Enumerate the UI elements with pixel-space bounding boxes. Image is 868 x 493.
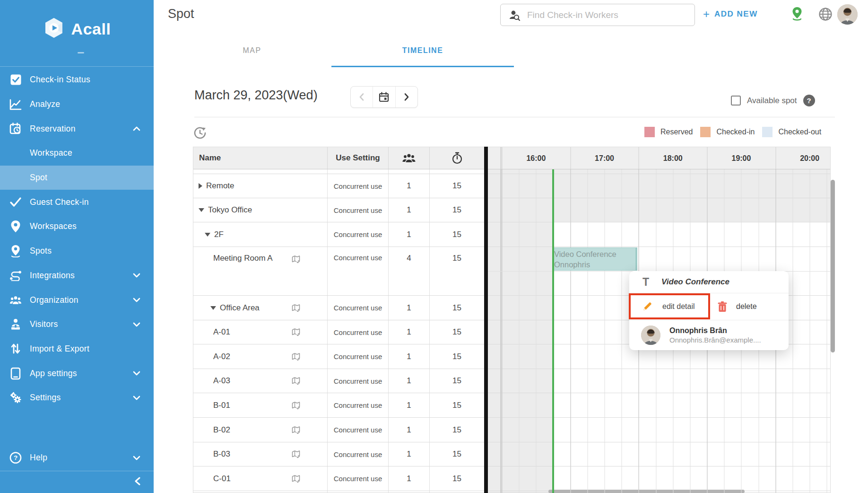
cell-capacity: 1	[389, 222, 430, 246]
cell-timeline[interactable]	[484, 174, 831, 198]
cell-use-setting: Concurrent use	[328, 222, 389, 246]
integrations-icon	[9, 269, 22, 282]
cell-use-setting: Concurrent use	[328, 369, 389, 393]
sidebar-item-analyze[interactable]: Analyze	[0, 92, 154, 117]
sidebar-item-integrations[interactable]: Integrations	[0, 264, 154, 288]
collapse-arrow-icon[interactable]	[210, 306, 216, 310]
table-row-b-01[interactable]: B-01Concurrent use115	[193, 393, 831, 418]
map-icon[interactable]	[292, 475, 301, 483]
cell-timeline[interactable]	[484, 393, 831, 417]
sidebar-item-label: Visitors	[30, 319, 58, 329]
delete-button[interactable]: delete	[717, 293, 783, 320]
sidebar-item-spots[interactable]: Spots	[0, 239, 154, 264]
collapse-arrow-icon[interactable]	[205, 233, 210, 237]
sidebar-item-label: Integrations	[30, 271, 75, 281]
sidebar-item-workspaces[interactable]: Workspaces	[0, 214, 154, 239]
cell-timeline[interactable]	[484, 467, 831, 491]
sidebar-item-import-export[interactable]: Import & Export	[0, 337, 154, 361]
sidebar-item-settings[interactable]: Settings	[0, 386, 154, 410]
sidebar-item-workspace[interactable]: Workspace	[0, 141, 154, 166]
table-row-c-01[interactable]: C-01Concurrent use115	[193, 467, 831, 491]
sidebar-item-reservation[interactable]: Reservation	[0, 116, 154, 141]
sidebar-item-label: Workspace	[30, 148, 72, 158]
expand-arrow-icon[interactable]	[199, 183, 202, 189]
table-row-b-02[interactable]: B-02Concurrent use115	[193, 418, 831, 442]
spot-name-label: 2F	[214, 230, 224, 239]
cell-duration	[430, 169, 484, 174]
spot-name-label: A-03	[213, 376, 230, 386]
popup-title-row: T Video Conference	[629, 271, 789, 293]
vertical-scrollbar[interactable]	[831, 180, 835, 352]
user-avatar[interactable]	[837, 4, 858, 25]
sidebar-item-app-settings[interactable]: App settings	[0, 361, 154, 386]
cell-duration: 15	[430, 369, 484, 393]
tab-map[interactable]: MAP	[243, 46, 261, 55]
map-icon[interactable]	[292, 255, 301, 264]
cell-timeline[interactable]	[484, 222, 831, 246]
organization-icon	[9, 294, 22, 306]
next-day-button[interactable]	[395, 87, 417, 107]
reservation-attendee: Onnophris	[554, 259, 635, 270]
sidebar-item-visitors[interactable]: Visitors	[0, 312, 154, 337]
hour-label-19-00: 19:00	[731, 147, 751, 170]
chevron-right-icon	[404, 93, 409, 101]
cell-use-setting	[328, 491, 389, 493]
cell-timeline[interactable]	[484, 198, 831, 222]
cell-name: B-02	[193, 418, 328, 442]
reservation-block[interactable]: Video Conference Onnophris	[553, 247, 637, 271]
map-icon[interactable]	[292, 450, 301, 458]
import-export-icon	[9, 343, 22, 355]
tab-timeline[interactable]: TIMELINE	[402, 46, 443, 55]
spot-name-label: A-02	[213, 352, 230, 361]
cell-timeline[interactable]	[484, 418, 831, 442]
map-icon[interactable]	[292, 304, 301, 312]
attendee-info: Onnophris Brân Onnophris.Brân@example...…	[669, 326, 761, 345]
table-row-tokyo-office[interactable]: Tokyo OfficeConcurrent use115	[193, 198, 831, 222]
map-icon[interactable]	[292, 328, 301, 336]
cell-timeline[interactable]	[484, 369, 831, 393]
org-selector-dash	[78, 52, 84, 53]
cell-use-setting: Concurrent use	[328, 344, 389, 369]
location-pin-button[interactable]	[788, 5, 807, 24]
cell-timeline[interactable]	[484, 169, 831, 174]
help-circle-icon[interactable]: ?	[803, 95, 815, 106]
sidebar-item-label: Settings	[30, 393, 61, 403]
sidebar-item-spot[interactable]: Spot	[0, 166, 154, 190]
spots-icon	[9, 245, 22, 257]
sidebar-item-help[interactable]: ?Help	[0, 446, 154, 470]
sidebar-item-organization[interactable]: Organization	[0, 288, 154, 312]
language-globe-button[interactable]	[816, 5, 835, 24]
add-new-button[interactable]: + ADD NEW	[703, 9, 758, 20]
collapse-arrow-icon[interactable]	[199, 208, 204, 212]
table-row-b-03[interactable]: B-03Concurrent use115	[193, 442, 831, 467]
map-icon[interactable]	[292, 352, 301, 361]
title-text-icon: T	[642, 277, 649, 288]
sidebar-item-check-in-status[interactable]: Check-in Status	[0, 68, 154, 92]
acall-spot-page: Acall Check-in StatusAnalyzeReservationW…	[0, 0, 868, 493]
search-input[interactable]	[526, 9, 684, 21]
available-spot-checkbox[interactable]	[731, 96, 741, 106]
horizontal-scrollbar[interactable]	[548, 490, 745, 493]
edit-detail-button[interactable]: edit detail	[629, 293, 709, 320]
spot-name-label: B-01	[213, 401, 230, 410]
sidebar-item-label: Analyze	[30, 99, 60, 109]
cell-timeline[interactable]	[484, 442, 831, 466]
table-row-a-03[interactable]: A-03Concurrent use115	[193, 369, 831, 393]
plus-icon: +	[703, 9, 710, 20]
cell-duration: 15	[430, 320, 484, 344]
reservation-icon	[9, 123, 22, 135]
map-icon[interactable]	[292, 401, 301, 409]
spot-name-label: Remote	[206, 181, 234, 191]
calendar-picker-button[interactable]	[373, 87, 395, 107]
map-icon[interactable]	[292, 377, 301, 385]
acall-logo[interactable]: Acall	[0, 12, 154, 45]
map-icon[interactable]	[292, 426, 301, 434]
sidebar-collapse-button[interactable]	[0, 471, 154, 493]
sidebar-item-guest-check-in[interactable]: Guest Check-in	[0, 190, 154, 214]
prev-day-button[interactable]	[351, 87, 373, 107]
hour-label-16-00: 16:00	[526, 147, 546, 170]
table-row-2f[interactable]: 2FConcurrent use115	[193, 222, 831, 247]
table-row-remote[interactable]: RemoteConcurrent use115	[193, 174, 831, 198]
refresh-history-button[interactable]	[193, 126, 207, 140]
spot-name-label: Meeting Room A	[213, 254, 273, 263]
